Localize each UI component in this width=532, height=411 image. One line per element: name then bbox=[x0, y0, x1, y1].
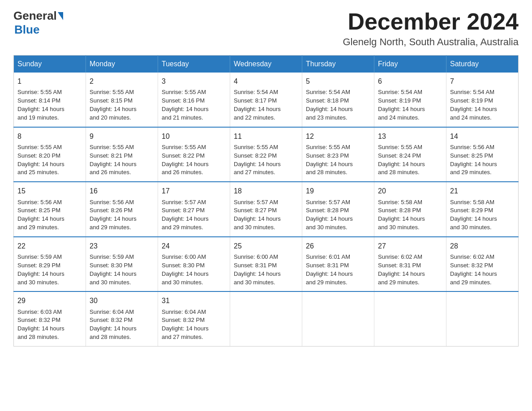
day-number: 20 bbox=[378, 186, 442, 196]
table-row: 5 Sunrise: 5:54 AM Sunset: 8:18 PM Dayli… bbox=[302, 73, 374, 127]
table-row: 20 Sunrise: 5:58 AM Sunset: 8:28 PM Dayl… bbox=[374, 182, 446, 237]
calendar-week-row: 8 Sunrise: 5:55 AM Sunset: 8:20 PM Dayli… bbox=[14, 127, 519, 182]
day-number: 3 bbox=[162, 76, 226, 86]
day-number: 25 bbox=[234, 241, 298, 251]
day-number: 11 bbox=[234, 131, 298, 141]
page-header: General Blue December 2024 Glenelg North… bbox=[13, 9, 519, 48]
table-row: 24 Sunrise: 6:00 AM Sunset: 8:30 PM Dayl… bbox=[158, 237, 230, 292]
day-number: 15 bbox=[17, 186, 82, 196]
day-info: Sunrise: 5:57 AM Sunset: 8:27 PM Dayligh… bbox=[162, 198, 226, 232]
table-row: 21 Sunrise: 5:58 AM Sunset: 8:29 PM Dayl… bbox=[446, 182, 519, 237]
table-row: 2 Sunrise: 5:55 AM Sunset: 8:15 PM Dayli… bbox=[86, 73, 158, 127]
day-info: Sunrise: 5:59 AM Sunset: 8:29 PM Dayligh… bbox=[17, 253, 82, 287]
table-row: 28 Sunrise: 6:02 AM Sunset: 8:32 PM Dayl… bbox=[446, 237, 519, 292]
table-row bbox=[374, 291, 446, 346]
day-number: 30 bbox=[90, 295, 154, 306]
day-info: Sunrise: 5:55 AM Sunset: 8:14 PM Dayligh… bbox=[17, 88, 82, 122]
day-info: Sunrise: 5:56 AM Sunset: 8:25 PM Dayligh… bbox=[450, 143, 515, 177]
calendar-header-row: Sunday Monday Tuesday Wednesday Thursday… bbox=[14, 56, 519, 73]
day-info: Sunrise: 5:55 AM Sunset: 8:22 PM Dayligh… bbox=[234, 143, 298, 177]
table-row: 17 Sunrise: 5:57 AM Sunset: 8:27 PM Dayl… bbox=[158, 182, 230, 237]
day-info: Sunrise: 5:54 AM Sunset: 8:17 PM Dayligh… bbox=[234, 88, 298, 122]
day-info: Sunrise: 6:04 AM Sunset: 8:32 PM Dayligh… bbox=[162, 308, 226, 342]
day-number: 7 bbox=[450, 76, 515, 86]
table-row: 27 Sunrise: 6:02 AM Sunset: 8:31 PM Dayl… bbox=[374, 237, 446, 292]
table-row: 14 Sunrise: 5:56 AM Sunset: 8:25 PM Dayl… bbox=[446, 127, 519, 182]
table-row: 7 Sunrise: 5:54 AM Sunset: 8:19 PM Dayli… bbox=[446, 73, 519, 127]
day-info: Sunrise: 6:01 AM Sunset: 8:31 PM Dayligh… bbox=[306, 253, 370, 287]
table-row bbox=[230, 291, 302, 346]
day-number: 1 bbox=[17, 76, 82, 86]
table-row bbox=[446, 291, 519, 346]
day-info: Sunrise: 5:58 AM Sunset: 8:29 PM Dayligh… bbox=[450, 198, 515, 232]
day-info: Sunrise: 5:57 AM Sunset: 8:27 PM Dayligh… bbox=[234, 198, 298, 232]
table-row: 30 Sunrise: 6:04 AM Sunset: 8:32 PM Dayl… bbox=[86, 291, 158, 346]
calendar-week-row: 1 Sunrise: 5:55 AM Sunset: 8:14 PM Dayli… bbox=[14, 73, 519, 127]
table-row: 25 Sunrise: 6:00 AM Sunset: 8:31 PM Dayl… bbox=[230, 237, 302, 292]
day-number: 2 bbox=[90, 76, 154, 86]
col-thursday: Thursday bbox=[302, 56, 374, 73]
day-info: Sunrise: 5:54 AM Sunset: 8:18 PM Dayligh… bbox=[306, 88, 370, 122]
day-number: 27 bbox=[378, 241, 442, 251]
table-row: 29 Sunrise: 6:03 AM Sunset: 8:32 PM Dayl… bbox=[14, 291, 86, 346]
day-info: Sunrise: 6:00 AM Sunset: 8:31 PM Dayligh… bbox=[234, 253, 298, 287]
table-row: 3 Sunrise: 5:55 AM Sunset: 8:16 PM Dayli… bbox=[158, 73, 230, 127]
table-row: 6 Sunrise: 5:54 AM Sunset: 8:19 PM Dayli… bbox=[374, 73, 446, 127]
col-wednesday: Wednesday bbox=[230, 56, 302, 73]
table-row: 8 Sunrise: 5:55 AM Sunset: 8:20 PM Dayli… bbox=[14, 127, 86, 182]
table-row bbox=[302, 291, 374, 346]
day-info: Sunrise: 6:03 AM Sunset: 8:32 PM Dayligh… bbox=[17, 308, 82, 342]
day-info: Sunrise: 6:02 AM Sunset: 8:31 PM Dayligh… bbox=[378, 253, 442, 287]
day-info: Sunrise: 5:59 AM Sunset: 8:30 PM Dayligh… bbox=[90, 253, 154, 287]
day-info: Sunrise: 5:55 AM Sunset: 8:16 PM Dayligh… bbox=[162, 88, 226, 122]
day-number: 9 bbox=[90, 131, 154, 141]
calendar-week-row: 22 Sunrise: 5:59 AM Sunset: 8:29 PM Dayl… bbox=[14, 237, 519, 292]
day-info: Sunrise: 6:04 AM Sunset: 8:32 PM Dayligh… bbox=[90, 308, 154, 342]
day-number: 22 bbox=[17, 241, 82, 251]
table-row: 1 Sunrise: 5:55 AM Sunset: 8:14 PM Dayli… bbox=[14, 73, 86, 127]
table-row: 13 Sunrise: 5:55 AM Sunset: 8:24 PM Dayl… bbox=[374, 127, 446, 182]
day-info: Sunrise: 5:56 AM Sunset: 8:25 PM Dayligh… bbox=[17, 198, 82, 232]
day-number: 8 bbox=[17, 131, 82, 141]
col-sunday: Sunday bbox=[14, 56, 86, 73]
calendar-table: Sunday Monday Tuesday Wednesday Thursday… bbox=[13, 55, 519, 347]
day-number: 5 bbox=[306, 76, 370, 86]
day-info: Sunrise: 5:56 AM Sunset: 8:26 PM Dayligh… bbox=[90, 198, 154, 232]
table-row: 11 Sunrise: 5:55 AM Sunset: 8:22 PM Dayl… bbox=[230, 127, 302, 182]
col-friday: Friday bbox=[374, 56, 446, 73]
calendar-week-row: 29 Sunrise: 6:03 AM Sunset: 8:32 PM Dayl… bbox=[14, 291, 519, 346]
table-row: 19 Sunrise: 5:57 AM Sunset: 8:28 PM Dayl… bbox=[302, 182, 374, 237]
title-area: December 2024 Glenelg North, South Austr… bbox=[343, 9, 519, 48]
logo-general-text: General bbox=[13, 9, 57, 23]
day-number: 29 bbox=[17, 295, 82, 306]
day-info: Sunrise: 6:02 AM Sunset: 8:32 PM Dayligh… bbox=[450, 253, 515, 287]
table-row: 23 Sunrise: 5:59 AM Sunset: 8:30 PM Dayl… bbox=[86, 237, 158, 292]
logo: General Blue bbox=[13, 9, 63, 37]
month-title: December 2024 bbox=[343, 9, 519, 34]
day-info: Sunrise: 6:00 AM Sunset: 8:30 PM Dayligh… bbox=[162, 253, 226, 287]
day-info: Sunrise: 5:55 AM Sunset: 8:21 PM Dayligh… bbox=[90, 143, 154, 177]
day-number: 12 bbox=[306, 131, 370, 141]
day-number: 10 bbox=[162, 131, 226, 141]
day-number: 26 bbox=[306, 241, 370, 251]
day-info: Sunrise: 5:55 AM Sunset: 8:23 PM Dayligh… bbox=[306, 143, 370, 177]
logo-triangle-icon bbox=[58, 12, 63, 20]
day-number: 16 bbox=[90, 186, 154, 196]
col-tuesday: Tuesday bbox=[158, 56, 230, 73]
day-number: 23 bbox=[90, 241, 154, 251]
day-info: Sunrise: 5:55 AM Sunset: 8:22 PM Dayligh… bbox=[162, 143, 226, 177]
day-number: 21 bbox=[450, 186, 515, 196]
table-row: 31 Sunrise: 6:04 AM Sunset: 8:32 PM Dayl… bbox=[158, 291, 230, 346]
location-subtitle: Glenelg North, South Australia, Australi… bbox=[343, 36, 519, 48]
day-number: 14 bbox=[450, 131, 515, 141]
day-info: Sunrise: 5:54 AM Sunset: 8:19 PM Dayligh… bbox=[378, 88, 442, 122]
day-info: Sunrise: 5:55 AM Sunset: 8:20 PM Dayligh… bbox=[17, 143, 82, 177]
table-row: 16 Sunrise: 5:56 AM Sunset: 8:26 PM Dayl… bbox=[86, 182, 158, 237]
day-number: 24 bbox=[162, 241, 226, 251]
day-number: 17 bbox=[162, 186, 226, 196]
day-info: Sunrise: 5:54 AM Sunset: 8:19 PM Dayligh… bbox=[450, 88, 515, 122]
table-row: 4 Sunrise: 5:54 AM Sunset: 8:17 PM Dayli… bbox=[230, 73, 302, 127]
table-row: 22 Sunrise: 5:59 AM Sunset: 8:29 PM Dayl… bbox=[14, 237, 86, 292]
table-row: 10 Sunrise: 5:55 AM Sunset: 8:22 PM Dayl… bbox=[158, 127, 230, 182]
day-number: 13 bbox=[378, 131, 442, 141]
